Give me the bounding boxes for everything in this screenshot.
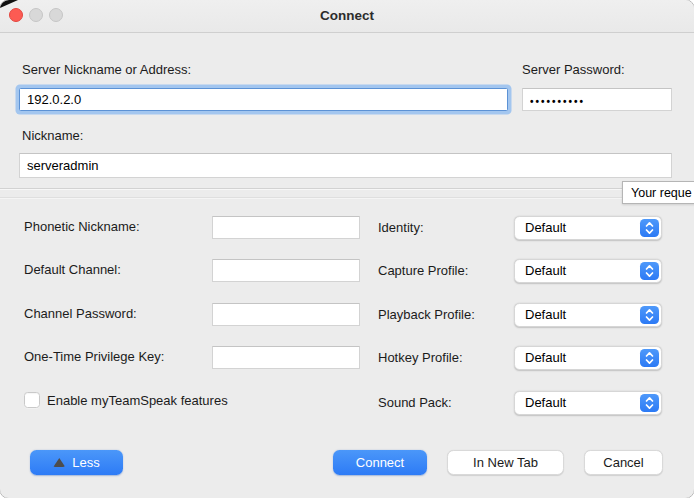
separator [0, 188, 694, 189]
minimize-button [29, 8, 43, 22]
sound-pack-dropdown[interactable]: Default [514, 391, 662, 415]
close-button[interactable] [9, 8, 23, 22]
updown-chevrons-icon [640, 219, 659, 237]
server-address-input[interactable] [19, 88, 508, 111]
titlebar[interactable]: Connect [0, 0, 694, 33]
default-channel-input[interactable] [212, 259, 360, 282]
phonetic-nickname-label: Phonetic Nickname: [24, 219, 140, 234]
hotkey-profile-dropdown[interactable]: Default [514, 346, 662, 370]
separator [0, 197, 694, 198]
phonetic-nickname-input[interactable] [212, 216, 360, 239]
updown-chevrons-icon [640, 349, 659, 367]
nickname-label: Nickname: [22, 128, 83, 143]
less-button-label: Less [72, 455, 99, 470]
playback-profile-dropdown[interactable]: Default [514, 303, 662, 327]
cancel-button-label: Cancel [603, 455, 643, 470]
connect-dialog: Connect Server Nickname or Address: Serv… [0, 0, 694, 498]
sound-pack-dropdown-value: Default [525, 395, 566, 410]
privilege-key-label: One-Time Privilege Key: [24, 349, 164, 364]
server-password-input[interactable] [522, 88, 672, 111]
capture-profile-dropdown-value: Default [525, 263, 566, 278]
identity-dropdown[interactable]: Default [514, 216, 662, 240]
playback-profile-label: Playback Profile: [378, 307, 475, 322]
nickname-input[interactable] [19, 153, 672, 178]
privilege-key-input[interactable] [212, 346, 360, 369]
identity-dropdown-value: Default [525, 220, 566, 235]
capture-profile-dropdown[interactable]: Default [514, 259, 662, 283]
server-password-label: Server Password: [522, 62, 625, 77]
server-address-label: Server Nickname or Address: [22, 62, 191, 77]
cancel-button[interactable]: Cancel [584, 450, 663, 475]
less-button[interactable]: Less [30, 450, 123, 475]
myteamspeak-checkbox[interactable] [24, 392, 40, 408]
collapse-arrow-icon [53, 458, 65, 467]
channel-password-label: Channel Password: [24, 306, 137, 321]
in-new-tab-button[interactable]: In New Tab [447, 450, 564, 475]
identity-label: Identity: [378, 220, 424, 235]
tooltip: Your reque [622, 181, 694, 204]
hotkey-profile-label: Hotkey Profile: [378, 350, 463, 365]
playback-profile-dropdown-value: Default [525, 307, 566, 322]
default-channel-label: Default Channel: [24, 262, 121, 277]
hotkey-profile-dropdown-value: Default [525, 350, 566, 365]
window-title: Connect [0, 0, 694, 32]
updown-chevrons-icon [640, 394, 659, 412]
sound-pack-label: Sound Pack: [378, 395, 452, 410]
updown-chevrons-icon [640, 306, 659, 324]
channel-password-input[interactable] [212, 303, 360, 326]
connect-button[interactable]: Connect [333, 450, 427, 475]
zoom-button [49, 8, 63, 22]
myteamspeak-checkbox-label: Enable myTeamSpeak features [47, 393, 228, 408]
in-new-tab-button-label: In New Tab [473, 455, 538, 470]
connect-button-label: Connect [356, 455, 404, 470]
capture-profile-label: Capture Profile: [378, 263, 468, 278]
updown-chevrons-icon [640, 262, 659, 280]
